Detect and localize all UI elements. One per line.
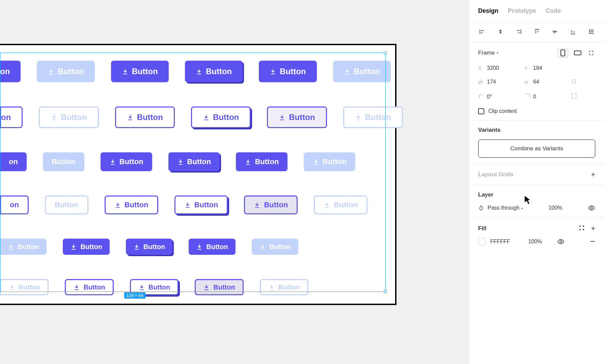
x-input[interactable]: 3200 xyxy=(487,65,522,71)
svg-point-14 xyxy=(579,229,581,230)
y-input[interactable]: 184 xyxy=(533,65,569,71)
canvas-button-component[interactable]: on xyxy=(0,195,29,214)
h-input[interactable]: 64 xyxy=(533,79,569,85)
independent-corners-icon[interactable] xyxy=(571,93,581,101)
svg-point-5 xyxy=(592,31,593,32)
canvas-button-component[interactable]: Button xyxy=(236,152,287,171)
canvas-button-component[interactable]: Button xyxy=(65,279,113,295)
align-bottom-icon[interactable] xyxy=(569,28,577,36)
button-label: Button xyxy=(187,157,211,166)
visibility-toggle-icon[interactable] xyxy=(588,204,595,212)
canvas-button-component[interactable]: Button xyxy=(111,61,169,82)
align-vcenter-icon[interactable] xyxy=(551,28,559,36)
variants-section: Variants Combine as Variants xyxy=(469,121,604,164)
canvas-button-component[interactable]: Button xyxy=(195,279,243,295)
canvas-button-component[interactable]: Button xyxy=(174,195,228,214)
variants-title: Variants xyxy=(478,127,595,133)
canvas-button-component[interactable]: Button xyxy=(191,107,251,128)
align-hcenter-icon[interactable] xyxy=(496,28,504,36)
button-label: Button xyxy=(137,113,163,122)
canvas-button-component[interactable]: Button xyxy=(0,279,49,295)
button-row: onButtonButtonButtonButtonButton xyxy=(0,107,403,128)
button-label: Button xyxy=(278,283,300,291)
blend-mode-dropdown[interactable]: Pass through ▾ xyxy=(488,205,523,211)
canvas-button-component[interactable]: Button xyxy=(115,107,175,128)
canvas-button-component[interactable]: Button xyxy=(126,239,172,255)
layer-opacity-input[interactable]: 100% xyxy=(548,205,562,211)
canvas-button-component[interactable]: Button xyxy=(37,61,94,82)
canvas-button-component[interactable]: Button xyxy=(63,239,109,255)
canvas-button-component[interactable]: Button xyxy=(259,61,317,82)
canvas[interactable]: onButtonButtonButtonButtonButtononButton… xyxy=(0,0,469,364)
canvas-button-component[interactable]: Button xyxy=(168,152,220,171)
fill-visibility-icon[interactable] xyxy=(557,238,565,245)
svg-point-12 xyxy=(579,225,581,227)
constrain-proportions-icon[interactable] xyxy=(571,78,581,86)
canvas-button-component[interactable]: Button xyxy=(101,152,152,171)
align-right-icon[interactable] xyxy=(515,28,523,36)
button-label: Button xyxy=(80,243,102,251)
button-label: Button xyxy=(125,201,148,209)
canvas-button-component[interactable]: Button xyxy=(185,61,243,82)
canvas-button-component[interactable]: on xyxy=(0,61,21,82)
fill-swatch[interactable] xyxy=(478,238,486,245)
canvas-button-component[interactable]: Button xyxy=(343,107,403,128)
fill-hex-input[interactable]: FFFFFF xyxy=(490,239,510,245)
button-label: Button xyxy=(323,157,347,166)
y-label: Y xyxy=(524,65,531,71)
canvas-button-component[interactable]: Button xyxy=(314,195,367,214)
frame-dropdown[interactable]: Frame ▾ xyxy=(478,50,499,56)
svg-point-16 xyxy=(560,241,562,243)
svg-point-13 xyxy=(583,225,584,227)
canvas-button-component[interactable]: on xyxy=(0,107,23,128)
orientation-landscape[interactable] xyxy=(572,48,583,58)
orientation-portrait[interactable] xyxy=(557,48,568,58)
tidy-up-icon[interactable] xyxy=(587,28,595,36)
tab-code[interactable]: Code xyxy=(546,7,561,14)
button-label: Button xyxy=(334,201,358,209)
svg-point-15 xyxy=(583,229,584,230)
canvas-button-component[interactable]: Button xyxy=(304,152,355,171)
tab-design[interactable]: Design xyxy=(478,7,498,14)
button-row: ButtonButtonButtonButtonButton xyxy=(0,279,403,295)
canvas-button-component[interactable]: Button xyxy=(105,195,158,214)
combine-as-variants-button[interactable]: Combine as Variants xyxy=(478,140,595,158)
remove-fill-button[interactable]: − xyxy=(590,236,595,247)
button-label: Button xyxy=(206,67,232,76)
fit-to-frame-icon[interactable] xyxy=(587,49,595,57)
svg-point-8 xyxy=(592,33,593,34)
canvas-button-component[interactable]: Button xyxy=(260,279,308,295)
tab-prototype[interactable]: Prototype xyxy=(508,7,536,14)
add-fill-button[interactable]: + xyxy=(591,224,595,233)
fill-opacity-input[interactable]: 100% xyxy=(528,239,542,245)
button-label: Button xyxy=(143,243,165,251)
style-picker-icon[interactable] xyxy=(579,225,585,232)
canvas-button-component[interactable]: Button xyxy=(267,107,327,128)
canvas-button-component[interactable]: Button xyxy=(252,239,298,255)
canvas-button-component[interactable]: Button xyxy=(189,239,235,255)
button-row: onButtonButtonButtonButtonButton xyxy=(0,195,403,214)
canvas-button-component[interactable]: Button xyxy=(45,195,88,214)
rotation-input[interactable]: 0° xyxy=(487,94,522,100)
canvas-button-component[interactable]: Button xyxy=(43,152,84,171)
w-input[interactable]: 174 xyxy=(487,79,522,85)
corner-radius-input[interactable]: 0 xyxy=(533,94,569,100)
button-label: Button xyxy=(213,113,239,122)
canvas-button-component[interactable]: Button xyxy=(333,61,391,82)
add-layout-grid-button[interactable]: + xyxy=(591,170,595,179)
canvas-button-component[interactable]: Button xyxy=(39,107,99,128)
button-label: Button xyxy=(213,283,235,291)
svg-point-1 xyxy=(591,29,592,30)
align-top-icon[interactable] xyxy=(533,28,541,36)
alignment-row xyxy=(469,22,604,42)
canvas-button-component[interactable]: Button xyxy=(0,239,47,255)
align-left-icon[interactable] xyxy=(478,28,486,36)
fill-title: Fill xyxy=(478,225,487,232)
button-label: Button xyxy=(83,283,105,291)
blend-mode-icon xyxy=(478,205,484,211)
clip-content-checkbox[interactable] xyxy=(478,108,484,114)
button-label: Button xyxy=(61,113,87,122)
inspector-panel: Design Prototype Code Frame ▾ xyxy=(469,0,604,364)
canvas-button-component[interactable]: on xyxy=(0,152,27,171)
canvas-button-component[interactable]: Button xyxy=(244,195,298,214)
